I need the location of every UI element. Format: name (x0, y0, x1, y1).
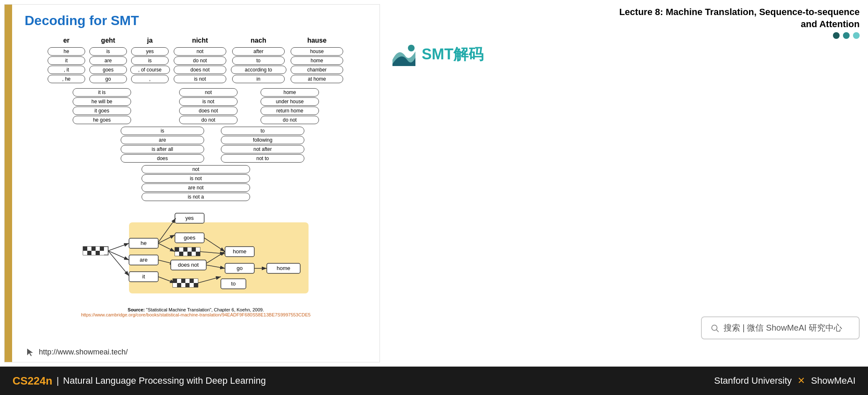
svg-rect-8 (87, 251, 91, 255)
university: Stanford University (714, 375, 792, 386)
separator: | (56, 375, 59, 386)
geht-ja-spans: is are is after all does (116, 126, 208, 163)
search-area: 搜索 | 微信 ShowMeAI 研究中心 (392, 316, 860, 360)
svg-rect-32 (187, 247, 192, 252)
span-phrase: not after (221, 145, 304, 153)
phrase: , (131, 75, 169, 83)
smt-diagram-svg: he are it (75, 208, 317, 304)
svg-rect-9 (91, 251, 96, 255)
dots-row (392, 32, 860, 39)
column-nicht: nicht not do not does not is not (171, 37, 229, 84)
svg-rect-48 (181, 279, 185, 283)
svg-text:home: home (233, 248, 247, 255)
phrase: do not (174, 56, 226, 65)
logo-area: SMT解码 (392, 43, 860, 66)
svg-text:home: home (277, 265, 291, 271)
svg-rect-55 (185, 283, 190, 287)
source-link[interactable]: https://www.cambridge.org/core/books/sta… (81, 312, 311, 317)
svg-rect-31 (183, 247, 187, 252)
phrase: after (232, 47, 285, 56)
svg-rect-50 (190, 279, 194, 283)
source-info: Source: "Statistical Machine Translation… (25, 307, 367, 317)
span-phrase: not (179, 88, 238, 97)
nach-hause-spans: home under house return home do not (258, 88, 321, 125)
phrase: at home (291, 75, 343, 83)
svg-rect-29 (175, 247, 179, 252)
span-phrase: not to (221, 154, 304, 163)
logo-text: SMT解码 (422, 44, 483, 65)
bottom-left: CS224n | Natural Language Processing wit… (13, 375, 266, 387)
phrase: he (48, 47, 85, 56)
right-panel: Lecture 8: Machine Translation, Sequence… (384, 0, 868, 367)
span-row-1: it is he will be it goes he goes not is … (25, 88, 367, 125)
svg-rect-3 (87, 247, 91, 251)
ja-nicht-spans: not is not does not do not (175, 88, 242, 125)
col-header-nach: nach (251, 37, 266, 44)
slide-title: Decoding for SMT (25, 13, 367, 28)
lecture-title: Lecture 8: Machine Translation, Sequence… (392, 6, 860, 30)
span-phrase: does not (179, 107, 238, 115)
course-code: CS224n (13, 375, 52, 387)
span-phrase: are (121, 136, 204, 144)
svg-text:go: go (237, 265, 243, 271)
column-er: er he it , it , he (46, 37, 87, 84)
phrase: yes (131, 47, 169, 56)
phrase: chamber (291, 66, 343, 74)
dot-1 (833, 32, 840, 39)
span-phrase: is after all (121, 145, 204, 153)
svg-line-14 (108, 251, 129, 276)
span-row-3: not is not are not is not a (25, 165, 367, 201)
col-header-ja: ja (147, 37, 152, 44)
svg-rect-33 (192, 247, 196, 252)
phrase: it (48, 56, 85, 65)
phrase: home (291, 56, 343, 65)
svg-text:goes: goes (184, 234, 196, 241)
svg-text:are: are (140, 257, 148, 263)
geht-ja-nicht-spans: not is not are not is not a (137, 165, 254, 201)
phrase: in (232, 75, 285, 83)
svg-rect-34 (196, 247, 200, 252)
phrase: , of course (130, 66, 170, 74)
phrase: go (89, 75, 127, 83)
course-name: Natural Language Processing with Deep Le… (63, 375, 266, 386)
phrase: are (89, 56, 127, 65)
span-phrase: to (221, 127, 304, 135)
bottom-right: Stanford University ✕ ShowMeAI (714, 375, 856, 386)
svg-rect-40 (196, 252, 200, 256)
span-phrase: it is (73, 88, 131, 97)
svg-text:it: it (142, 273, 145, 280)
translation-table: er he it , it , he geht is are goes go j… (25, 37, 367, 84)
svg-rect-38 (187, 252, 192, 256)
svg-line-75 (716, 329, 719, 332)
svg-text:he: he (141, 240, 147, 246)
phrase: to (232, 56, 285, 65)
svg-rect-11 (100, 251, 104, 255)
col-header-hause: hause (307, 37, 326, 44)
svg-rect-57 (194, 283, 198, 287)
diagram-area: he are it (25, 208, 367, 304)
svg-rect-46 (173, 279, 177, 283)
showmeai-logo-icon (392, 43, 418, 66)
span-phrase: home (261, 88, 319, 97)
svg-rect-5 (96, 247, 100, 251)
svg-rect-49 (185, 279, 190, 283)
brand: ShowMeAI (811, 375, 855, 386)
main-content: Decoding for SMT er he it , it , he geht… (0, 0, 868, 367)
source-bold: Source: (128, 307, 145, 312)
span-phrase: he goes (73, 116, 131, 124)
span-phrase: not (142, 165, 250, 173)
svg-text:to: to (231, 280, 236, 287)
span-phrase: do not (179, 116, 238, 124)
col-header-geht: geht (101, 37, 115, 44)
span-phrase: is not a (142, 193, 250, 201)
col-header-er: er (63, 37, 69, 44)
column-geht: geht is are goes go (87, 37, 129, 84)
col-header-nicht: nicht (192, 37, 208, 44)
phrase: is (131, 56, 169, 65)
search-box[interactable]: 搜索 | 微信 ShowMeAI 研究中心 (701, 316, 860, 339)
er-geht-spans: it is he will be it goes he goes (71, 88, 133, 125)
column-ja: ja yes is , of course , (129, 37, 171, 84)
svg-rect-10 (96, 251, 100, 255)
dot-2 (843, 32, 850, 39)
span-phrase: is not (179, 97, 238, 106)
